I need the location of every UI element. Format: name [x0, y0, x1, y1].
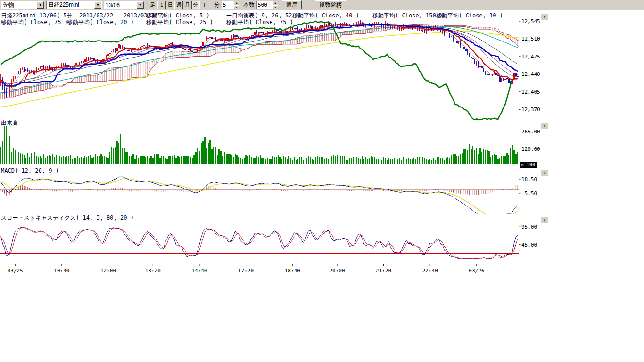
period-button-日[interactable]: 日	[166, 1, 174, 9]
minute-spinner: ▲ ▼	[222, 1, 239, 9]
macd-tick-label: 18.50	[521, 176, 537, 182]
time-tick-label: 03/26	[469, 268, 484, 274]
volume-tick-label: 265.00	[521, 129, 540, 135]
volume-tick-label: 120.00	[521, 146, 540, 152]
price-tick-label: 12,545	[521, 18, 540, 25]
price-tick-label: 12,440	[521, 71, 540, 77]
ma-5-line	[1, 24, 518, 91]
period-button-group: 1日週月分T	[157, 1, 208, 9]
minute-unit-label: 分	[214, 1, 220, 9]
macd-pane	[0, 177, 519, 219]
legend-item: 移動平均( Close, 150 )	[372, 12, 443, 19]
stochastics-pane	[0, 227, 519, 259]
price-tick-label: 12,475	[521, 54, 540, 60]
legend-item: 移動平均( Close, 5 )	[146, 12, 210, 19]
legend-item: 移動平均( Close, 75 )	[1, 19, 68, 25]
time-tick-label: 21:20	[376, 268, 391, 274]
spin-up-icon[interactable]: ▲	[272, 1, 278, 5]
macd-pane-title: MACD( 12, 26, 9 )	[1, 167, 59, 174]
legend-item: 移動平均( Close, 25 )	[146, 19, 213, 25]
spin-up-icon[interactable]: ▲	[234, 1, 239, 5]
green-triangle-icon: ▼	[543, 171, 546, 175]
time-tick-label: 22:40	[422, 268, 438, 274]
pane-menu-button-stoch[interactable]: ▼	[541, 217, 548, 223]
price-tick-label: 12,370	[521, 107, 540, 113]
symbol-select[interactable]: 日経225mini ▼	[46, 1, 102, 9]
bar-count-spinner: ▲ ▼	[256, 1, 278, 9]
spin-down-icon[interactable]: ▼	[234, 5, 239, 9]
chevron-down-icon[interactable]: ▼	[37, 1, 44, 9]
legend-item: 日経225mini 13/06( 5分, 2013/03/22 - 2013/0…	[1, 12, 165, 19]
trading-app-window: { "toolbar": { "instrument_type": {"valu…	[0, 0, 644, 362]
apply-button[interactable]: 適用	[282, 0, 302, 9]
instrument-type-select[interactable]: 先物 ▼	[1, 1, 44, 9]
bar-count-label: 本数	[243, 1, 255, 9]
volume-bars	[1, 122, 518, 164]
period-button-月[interactable]: 月	[183, 1, 191, 9]
legend-item: 移動平均( Close, 20 )	[67, 19, 134, 25]
green-triangle-icon: ▼	[543, 15, 546, 19]
stoch-tick-label: 95.00	[521, 224, 537, 230]
time-tick-label: 03/25	[8, 268, 23, 274]
legend-item: 移動平均( Close, 40 )	[292, 12, 359, 19]
instrument-type-value: 先物	[1, 1, 37, 9]
legend-item: 移動平均( Close, 75 )	[226, 19, 293, 25]
time-tick-label: 10:40	[54, 268, 69, 274]
contract-month-value: 13/06	[104, 2, 137, 8]
period-button-分[interactable]: 分	[191, 1, 200, 9]
chevron-down-icon[interactable]: ▼	[94, 1, 101, 9]
legend-item: 一目均衡表( 9, 26, 52 )	[226, 12, 299, 19]
time-tick-label: 12:00	[100, 268, 116, 274]
chart-canvas[interactable]: 12,54512,51012,47512,44012,40512,370265.…	[0, 0, 644, 362]
time-tick-label: 20:00	[329, 268, 345, 274]
volume-pane-title: 出来高	[1, 120, 18, 126]
time-tick-label: 14:40	[191, 268, 207, 274]
multi-symbol-button[interactable]: 複数銘柄	[315, 0, 346, 9]
pane-menu-button-price[interactable]: ▼	[541, 14, 548, 20]
time-tick-label: 13:20	[145, 268, 161, 274]
price-tick-label: 12,405	[521, 89, 540, 95]
period-button-週[interactable]: 週	[174, 1, 183, 9]
volume-multiplier-badge: × 100	[520, 162, 537, 168]
timeframe-label: 足	[150, 1, 156, 9]
symbol-value: 日経225mini	[47, 1, 94, 9]
green-triangle-icon: ▼	[543, 218, 546, 222]
minute-input[interactable]	[222, 1, 234, 9]
macd-tick-label: -5.50	[521, 190, 537, 197]
macd-signal-line	[1, 179, 518, 217]
ma-20-line	[1, 25, 518, 84]
contract-month-select[interactable]: 13/06 ▼	[104, 1, 144, 9]
pane-menu-button-macd[interactable]: ▼	[541, 170, 548, 176]
price-tick-label: 12,510	[521, 36, 540, 42]
time-tick-label: 17:20	[238, 268, 254, 274]
stoch-tick-label: 45.00	[521, 242, 537, 248]
period-button-1[interactable]: 1	[157, 1, 166, 9]
period-button-T[interactable]: T	[200, 1, 208, 9]
ma-150-line	[1, 31, 518, 107]
stoch-pane-title: スロー・ストキャスティクス( 14, 3, 80, 20 )	[1, 214, 134, 221]
green-triangle-icon: ▼	[543, 124, 546, 128]
ma-25-line	[1, 25, 518, 84]
legend-item: 移動平均( Close, 10 )	[436, 12, 503, 19]
bar-count-input[interactable]	[256, 1, 272, 9]
spin-down-icon[interactable]: ▼	[272, 5, 278, 9]
chevron-down-icon[interactable]: ▼	[137, 1, 144, 9]
toolbar: 先物 ▼ 日経225mini ▼ 13/06 ▼ 足 1日週月分T 分 ▲ ▼ …	[0, 0, 644, 10]
time-tick-label: 18:40	[285, 268, 300, 274]
pane-menu-button-volume[interactable]: ▼	[541, 123, 548, 129]
